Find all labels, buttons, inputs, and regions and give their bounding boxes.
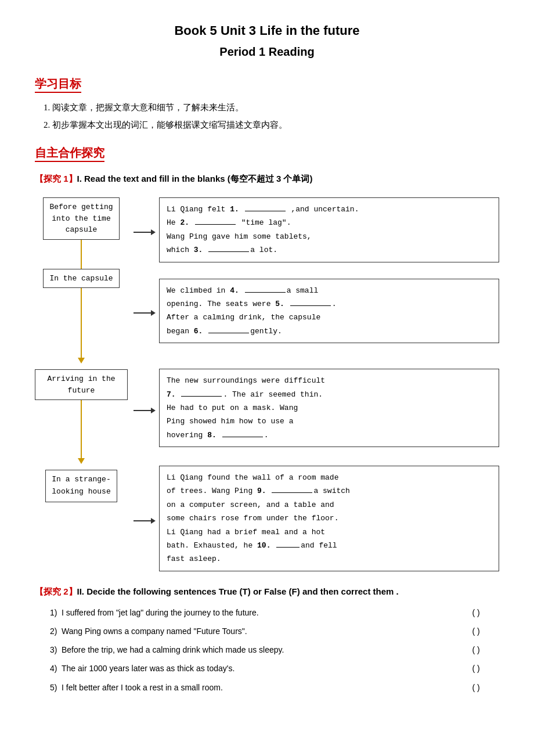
blank-4 [245, 292, 286, 293]
tf-num-4: 4) [50, 659, 62, 678]
node-arriving-future: Arriving in the future [35, 369, 128, 400]
h-arrow-1 [134, 229, 156, 235]
node-strange-house: In a strange-looking house [45, 470, 117, 502]
main-title: Book 5 Unit 3 Life in the future [35, 23, 499, 38]
tf-item-4: 4) The air 1000 years later was as thick… [50, 659, 499, 678]
content-box-2: We climbed in 4. a small opening. The se… [159, 279, 499, 344]
row3: The new surroundings were difficult 7. .… [134, 369, 499, 452]
content-box-4: Li Qiang found the wall of a room made o… [159, 466, 499, 571]
arrow-down-2 [78, 458, 85, 464]
tf-text-4: The air 1000 years later was as thick as… [62, 659, 453, 678]
tf-parens-5: ( ) [453, 678, 499, 697]
tf-item-1: 1) I suffered from "jet lag" during the … [50, 603, 499, 622]
sub-title: Period 1 Reading [35, 45, 499, 59]
tf-parens-3: ( ) [453, 640, 499, 659]
tf-item-3: 3) Before the trip, we had a calming dri… [50, 640, 499, 659]
spacer-r1 [134, 271, 499, 279]
h-arrow-4 [134, 518, 156, 524]
tf-parens-2: ( ) [453, 622, 499, 640]
blank-6 [208, 333, 249, 333]
objectives-section: 学习目标 阅读文章，把握文章大意和细节，了解未来生活。 初步掌握本文出现的词汇，… [35, 76, 499, 134]
flowchart: Before gettinginto the timecapsule In th… [35, 192, 499, 576]
tf-parens-4: ( ) [453, 659, 499, 678]
content-box-3: The new surroundings were difficult 7. .… [159, 369, 499, 447]
tf-num-5: 5) [50, 678, 62, 697]
h-arrowhead-2 [151, 310, 156, 316]
blank-9 [272, 492, 312, 493]
task1-instruction: I. Read the text and fill in the blanks … [77, 174, 313, 183]
h-line-1 [134, 232, 151, 233]
h-line-3 [134, 410, 151, 411]
tf-text-1: I suffered from "jet lag" during the jou… [62, 603, 453, 622]
tf-item-5: 5) I felt better after I took a rest in … [50, 678, 499, 697]
blank-8 [222, 437, 263, 437]
h-arrowhead-3 [151, 408, 156, 413]
task2-bracket: 【探究 2】 [35, 586, 77, 596]
tf-num-1: 1) [50, 603, 62, 622]
tf-parens-1: ( ) [453, 603, 499, 622]
task1-heading: 【探究 1】I. Read the text and fill in the b… [35, 174, 499, 185]
left-column: Before gettinginto the timecapsule In th… [35, 192, 128, 576]
objective-1: 阅读文章，把握文章大意和细节，了解未来生活。 [52, 99, 499, 116]
h-arrowhead-1 [151, 229, 156, 235]
content-box-1: Li Qiang felt 1. ,and uncertain. He 2. "… [159, 197, 499, 262]
task1-bracket: 【探究 1】 [35, 174, 77, 183]
row1: Li Qiang felt 1. ,and uncertain. He 2. "… [134, 197, 499, 267]
tf-text-2: Wang Ping owns a company named "Future T… [62, 622, 453, 640]
v-connector-2 [81, 288, 82, 358]
spacer-r3 [134, 455, 499, 466]
tf-text-5: I felt better after I took a rest in a s… [62, 678, 453, 697]
cooperative-heading: 自主合作探究 [35, 145, 104, 162]
objectives-heading: 学习目标 [35, 76, 81, 93]
h-arrowhead-4 [151, 518, 156, 524]
tf-list: 1) I suffered from "jet lag" during the … [35, 603, 499, 697]
spacer-r2 [134, 351, 499, 369]
h-arrow-3 [134, 408, 156, 413]
task2-heading: 【探究 2】II. Decide the following sentences… [35, 586, 499, 597]
right-column: Li Qiang felt 1. ,and uncertain. He 2. "… [128, 192, 499, 576]
row2: We climbed in 4. a small opening. The se… [134, 279, 499, 348]
h-line-2 [134, 312, 151, 314]
tf-item-2: 2) Wang Ping owns a company named "Futur… [50, 622, 499, 640]
arrow-down-1 [78, 358, 85, 363]
cooperative-heading-wrapper: 自主合作探究 [35, 145, 499, 168]
v-connector-3 [81, 400, 82, 458]
tf-num-3: 3) [50, 640, 62, 659]
task2-instruction: II. Decide the following sentences True … [77, 586, 399, 596]
tf-text-3: Before the trip, we had a calming drink … [62, 640, 453, 659]
v-connector-1 [81, 240, 82, 269]
objective-2: 初步掌握本文出现的词汇，能够根据课文缩写描述文章内容。 [52, 116, 499, 134]
h-arrow-2 [134, 310, 156, 316]
blank-3 [208, 251, 249, 252]
node-in-capsule: In the capsule [43, 269, 119, 289]
node-before-capsule: Before gettinginto the timecapsule [43, 197, 119, 240]
blank-1 [245, 211, 286, 211]
h-line-4 [134, 520, 151, 521]
blank-7 [181, 396, 222, 397]
blank-5 [290, 305, 331, 306]
blank-2 [195, 224, 236, 225]
blank-10 [276, 547, 300, 548]
objectives-list: 阅读文章，把握文章大意和细节，了解未来生活。 初步掌握本文出现的词汇，能够根据课… [35, 99, 499, 134]
tf-num-2: 2) [50, 622, 62, 640]
row4: Li Qiang found the wall of a room made o… [134, 466, 499, 576]
task2-section: 【探究 2】II. Decide the following sentences… [35, 586, 499, 697]
